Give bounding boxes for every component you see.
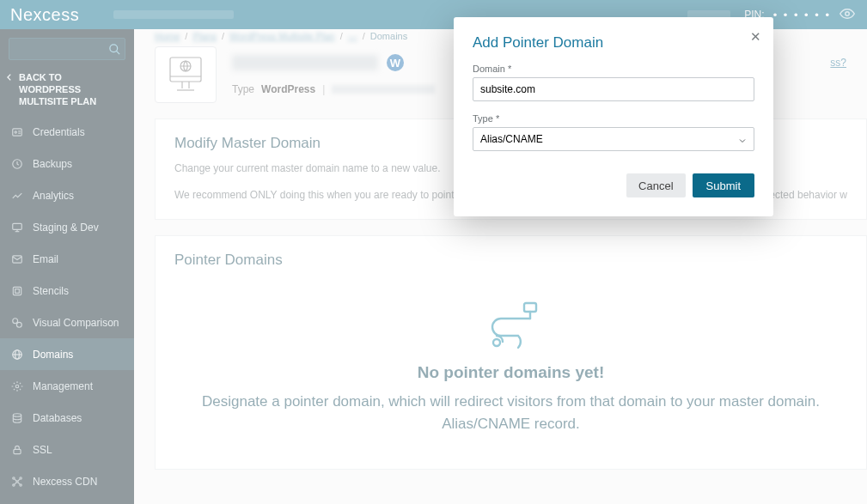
close-icon[interactable]: ✕ — [750, 29, 761, 45]
type-select[interactable] — [473, 127, 754, 151]
type-label: Type * — [473, 113, 754, 124]
domain-label: Domain * — [473, 64, 754, 74]
domain-input[interactable] — [473, 77, 754, 101]
modal-title: Add Pointer Domain — [473, 34, 754, 52]
cancel-button[interactable]: Cancel — [626, 173, 685, 197]
submit-button[interactable]: Submit — [693, 173, 754, 197]
add-pointer-domain-modal: ✕ Add Pointer Domain Domain * Type * Can… — [454, 17, 773, 216]
